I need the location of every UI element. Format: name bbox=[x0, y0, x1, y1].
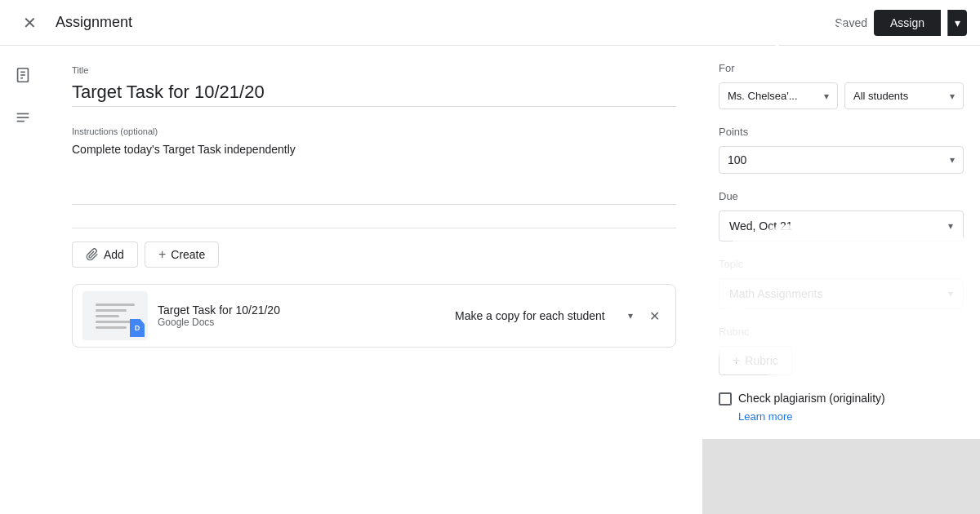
class-chevron-icon: ▾ bbox=[824, 91, 829, 102]
due-value: Wed, Oct 21 bbox=[729, 219, 945, 233]
plus-rubric-icon: + bbox=[733, 353, 740, 368]
topic-chevron-icon: ▾ bbox=[948, 288, 953, 299]
thumb-line bbox=[96, 309, 127, 312]
side-icons bbox=[0, 46, 46, 514]
attachment-close-button[interactable]: ✕ bbox=[643, 304, 666, 327]
title-label: Title bbox=[72, 65, 676, 75]
main-panel: ✕ Assignment Title bbox=[0, 0, 702, 514]
instructions-group: Instructions (optional) bbox=[72, 126, 676, 208]
top-bar: ✕ Assignment bbox=[0, 0, 702, 46]
add-button[interactable]: Add bbox=[72, 241, 138, 268]
action-buttons: Add + Create bbox=[72, 241, 676, 268]
plus-icon: + bbox=[158, 247, 166, 262]
copy-select-wrapper[interactable]: Make a copy for each student Students ca… bbox=[455, 309, 633, 322]
plagiarism-label: Check plagiarism (originality) bbox=[738, 392, 885, 405]
students-selector[interactable]: All students ▾ bbox=[844, 82, 964, 109]
attachment-info: Target Task for 10/21/20 Google Docs bbox=[158, 304, 445, 328]
create-button-label: Create bbox=[171, 248, 205, 261]
thumb-lines bbox=[96, 304, 135, 329]
close-attachment-icon: ✕ bbox=[649, 308, 660, 324]
close-icon: ✕ bbox=[23, 13, 37, 33]
students-chevron-icon: ▾ bbox=[950, 91, 955, 102]
attachment-type: Google Docs bbox=[158, 317, 445, 328]
due-label: Due bbox=[719, 190, 964, 202]
topic-label: Topic bbox=[719, 258, 964, 270]
copy-select[interactable]: Make a copy for each student Students ca… bbox=[455, 309, 621, 322]
class-selector[interactable]: Ms. Chelsea'... ▾ bbox=[719, 82, 838, 109]
assign-button[interactable]: Assign bbox=[874, 10, 941, 36]
form-area: Title Instructions (optional) Add + Crea… bbox=[46, 46, 702, 367]
plagiarism-row: Check plagiarism (originality) bbox=[719, 392, 964, 405]
instructions-textarea[interactable] bbox=[72, 140, 676, 205]
thumb-line bbox=[96, 315, 119, 317]
instructions-label: Instructions (optional) bbox=[72, 126, 676, 136]
points-field[interactable]: 100 ▾ bbox=[719, 146, 964, 174]
points-chevron-icon: ▾ bbox=[950, 154, 955, 166]
plagiarism-checkbox[interactable] bbox=[719, 392, 732, 405]
right-top-bar: Saved Assign ▾ bbox=[702, 0, 980, 46]
attachment-thumbnail: D bbox=[82, 291, 148, 340]
learn-more-link[interactable]: Learn more bbox=[738, 410, 964, 423]
title-input[interactable] bbox=[72, 78, 676, 107]
assign-dropdown-button[interactable]: ▾ bbox=[947, 10, 967, 36]
attachment-name: Target Task for 10/21/20 bbox=[158, 304, 445, 317]
assignment-icon[interactable] bbox=[10, 62, 36, 88]
topic-field[interactable]: Math Assignments ▾ bbox=[719, 278, 964, 309]
rubric-label: Rubric bbox=[719, 326, 964, 338]
create-button[interactable]: + Create bbox=[145, 241, 219, 268]
add-rubric-label: Rubric bbox=[745, 354, 777, 367]
points-value: 100 bbox=[728, 153, 746, 166]
for-label: For bbox=[719, 62, 964, 74]
due-chevron-icon: ▾ bbox=[948, 220, 953, 232]
panel-title: Assignment bbox=[56, 14, 132, 31]
text-icon[interactable] bbox=[10, 104, 36, 131]
docs-icon: D bbox=[130, 319, 145, 337]
add-button-label: Add bbox=[104, 248, 124, 261]
assign-chevron-icon: ▾ bbox=[955, 16, 960, 29]
chevron-down-icon: ▾ bbox=[628, 310, 633, 321]
thumb-line bbox=[96, 321, 135, 323]
students-selector-text: All students bbox=[853, 90, 947, 102]
right-panel: For Ms. Chelsea'... ▾ All students ▾ Poi… bbox=[702, 46, 980, 439]
title-group: Title bbox=[72, 65, 676, 107]
points-label: Points bbox=[719, 126, 964, 138]
close-button[interactable]: ✕ bbox=[16, 10, 42, 36]
paperclip-icon bbox=[86, 248, 99, 261]
for-select-row: Ms. Chelsea'... ▾ All students ▾ bbox=[719, 82, 964, 109]
saved-label: Saved bbox=[835, 16, 867, 29]
due-field[interactable]: Wed, Oct 21 ▾ bbox=[719, 210, 964, 241]
class-selector-text: Ms. Chelsea'... bbox=[728, 90, 821, 102]
add-rubric-button[interactable]: + Rubric bbox=[719, 346, 792, 375]
topic-value: Math Assignments bbox=[729, 287, 945, 300]
thumb-line bbox=[96, 326, 127, 329]
divider bbox=[72, 228, 676, 228]
thumb-line bbox=[96, 304, 135, 306]
attachment-row: D Target Task for 10/21/20 Google Docs M… bbox=[72, 284, 676, 348]
